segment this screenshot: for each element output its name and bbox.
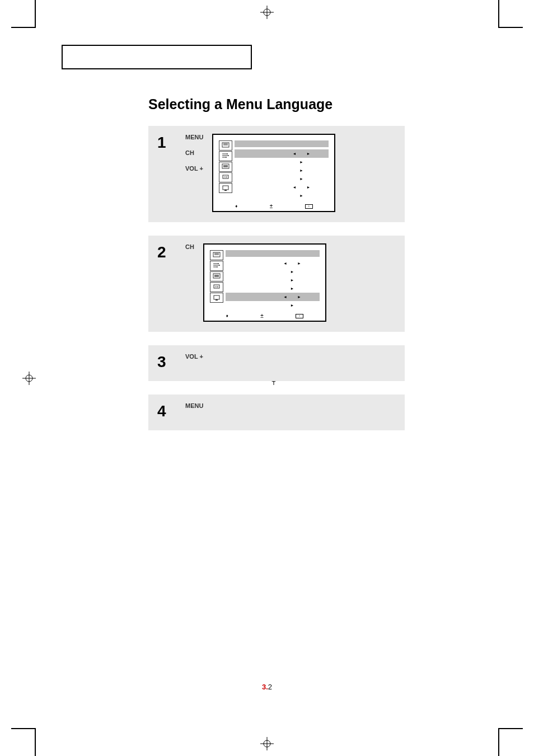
crop-mark (498, 0, 499, 28)
tv-sidebar-icon (219, 151, 232, 161)
arrow-right-icon (299, 176, 303, 181)
button-label: CH (185, 149, 203, 156)
plus-minus-icon (270, 203, 273, 209)
crop-mark (498, 27, 523, 28)
tv-menu-row (235, 183, 329, 191)
tv-sidebar-icon (210, 293, 223, 303)
button-label: MENU (185, 134, 203, 140)
page-number: 3.2 (262, 683, 272, 691)
updown-icon (226, 313, 228, 318)
registration-mark-icon (260, 737, 274, 750)
arrow-right-icon (297, 294, 301, 299)
tv-sidebar-icon (210, 250, 223, 260)
tv-screen-mockup: PIP ≡ (203, 243, 326, 322)
tv-header-bar (235, 140, 329, 147)
page-title: Selecting a Menu Language (148, 96, 472, 112)
arrow-right-icon (290, 269, 294, 274)
step-block: 4 MENU (148, 395, 405, 430)
crop-mark (11, 27, 36, 28)
tv-footer: ≡ (210, 313, 320, 319)
arrow-right-icon (299, 168, 303, 173)
tv-sidebar-icon (210, 261, 223, 271)
svg-text:PIP: PIP (215, 285, 219, 288)
svg-rect-25 (223, 186, 228, 190)
tv-menu-row (235, 191, 329, 200)
arrow-right-icon (306, 151, 310, 156)
crop-mark (498, 728, 523, 729)
step-block: 2 CH PIP ≡ (148, 236, 405, 332)
updown-icon (235, 204, 237, 209)
step-number: 4 (157, 402, 172, 420)
arrow-right-icon (299, 193, 303, 198)
tv-sidebar-icon (210, 271, 223, 281)
tv-sidebar-icon (219, 162, 232, 172)
arrow-left-icon (283, 261, 287, 266)
tv-screen-mockup: PIP ≡ (212, 134, 335, 212)
crop-mark (35, 0, 36, 28)
tv-sidebar-icon (219, 183, 232, 193)
svg-point-20 (226, 157, 227, 158)
tv-menu-row (226, 301, 320, 309)
svg-rect-22 (223, 165, 228, 167)
button-label: MENU (185, 402, 203, 409)
svg-point-33 (218, 263, 219, 264)
step-number: 2 (157, 243, 172, 322)
tv-header-bar (226, 250, 320, 257)
arrow-right-icon (290, 278, 294, 283)
button-label: VOL + (185, 165, 203, 172)
tv-menu-row (226, 293, 320, 301)
step-number: 1 (157, 134, 172, 212)
menu-icon: ≡ (305, 204, 313, 209)
arrow-left-icon (283, 294, 287, 299)
svg-point-34 (219, 265, 220, 266)
registration-mark-icon (22, 372, 36, 385)
tv-menu-row (226, 259, 320, 267)
step-number: 3 (157, 353, 172, 371)
svg-point-35 (217, 266, 218, 267)
crop-mark (498, 728, 499, 756)
registration-mark-icon (260, 6, 274, 19)
tv-menu-row (235, 158, 329, 166)
svg-point-18 (227, 153, 228, 154)
tv-footer: ≡ (219, 203, 329, 209)
tv-sidebar-icon (219, 140, 232, 151)
button-label: CH (185, 243, 194, 250)
tv-menu-row (226, 276, 320, 284)
svg-point-19 (228, 155, 229, 156)
plus-minus-icon (260, 313, 264, 319)
tv-menu-row (235, 166, 329, 175)
tv-sidebar-icon: PIP (210, 282, 223, 292)
arrow-right-icon (297, 261, 301, 266)
arrow-right-icon (290, 303, 294, 308)
step-block: 1 MENUCHVOL + PIP ≡ (148, 126, 405, 222)
crop-mark (11, 728, 36, 729)
tv-menu-row (226, 267, 320, 276)
button-label: VOL + (185, 353, 203, 360)
arrow-right-icon (306, 185, 310, 190)
crop-mark (35, 728, 36, 756)
arrow-right-icon (290, 286, 294, 291)
step-block: 3 VOL + (148, 345, 405, 381)
svg-rect-41 (216, 299, 218, 300)
tv-menu-row (235, 175, 329, 183)
tv-menu-row (235, 149, 329, 158)
tv-menu-row (226, 284, 320, 293)
arrow-left-icon (292, 151, 296, 156)
svg-rect-37 (214, 275, 219, 277)
svg-rect-26 (224, 190, 227, 191)
chapter-header-box (62, 45, 252, 69)
svg-rect-40 (214, 295, 219, 299)
menu-icon: ≡ (296, 314, 303, 318)
arrow-left-icon (292, 185, 296, 190)
tv-sidebar-icon: PIP (219, 172, 232, 182)
svg-text:PIP: PIP (224, 176, 228, 179)
arrow-right-icon (299, 159, 303, 165)
